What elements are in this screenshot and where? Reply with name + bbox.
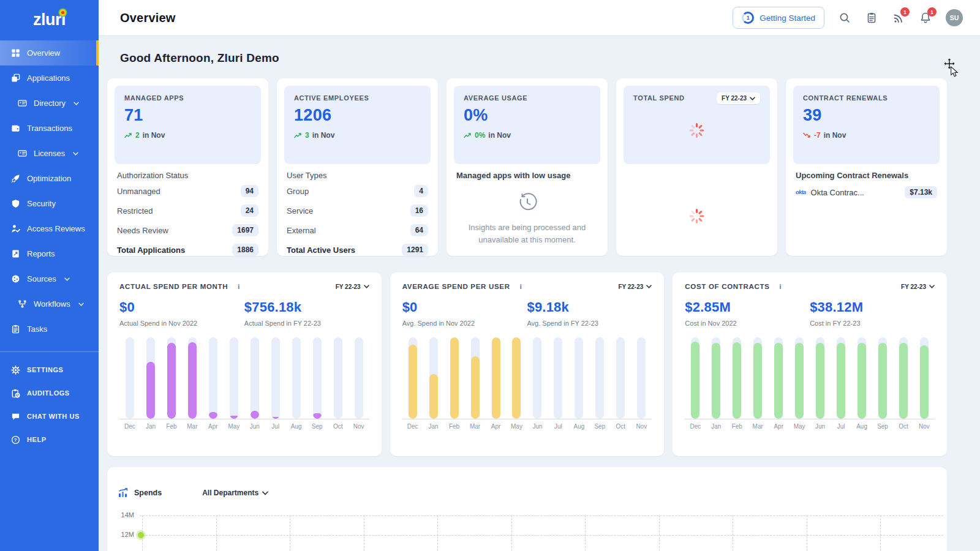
clipboard-icon[interactable]: [865, 11, 878, 24]
bar-track: [126, 337, 134, 419]
bar-fill: [429, 374, 438, 419]
bar-column: [307, 337, 328, 419]
fiscal-year-dropdown[interactable]: FY 22-23: [618, 283, 652, 290]
sidebar-item-licenses[interactable]: Licenses: [0, 141, 99, 166]
activity-feed-icon[interactable]: 1: [892, 11, 905, 24]
stat-value: 71: [124, 106, 251, 125]
bar-track: [637, 337, 646, 419]
trend-up-icon: [124, 132, 132, 138]
month-label: Mar: [747, 423, 768, 430]
sidebar-item-sources[interactable]: Sources: [0, 266, 99, 291]
info-icon[interactable]: i: [520, 283, 522, 290]
bar-column: [119, 337, 140, 419]
month-label: Jun: [527, 423, 548, 430]
bar-fill: [899, 343, 908, 419]
loading-spinner: [689, 208, 705, 224]
fiscal-year-dropdown[interactable]: FY 22-23: [717, 92, 760, 104]
sidebar-item-transactions[interactable]: Transactions: [0, 116, 99, 141]
fiscal-year-dropdown[interactable]: FY 22-23: [901, 283, 935, 290]
sidebar-footer-chat-with-us[interactable]: CHAT WITH US: [0, 405, 99, 428]
bar-fill: [188, 342, 197, 419]
stat-row: Needs Review1697: [117, 220, 258, 240]
sidebar-footer-settings[interactable]: SETTINGS: [0, 358, 99, 381]
chevron-down-icon: [74, 102, 79, 105]
loading-spinner: [689, 122, 705, 138]
bell-icon[interactable]: 1: [919, 11, 932, 24]
month-label: Nov: [349, 423, 369, 430]
user-avatar[interactable]: SU: [946, 9, 963, 26]
sidebar-item-label: Directory: [34, 99, 66, 108]
count-badge: 1291: [402, 244, 428, 256]
sidebar-item-security[interactable]: Security: [0, 191, 99, 216]
zluri-logo[interactable]: zluri: [0, 0, 99, 39]
bar-fill: [712, 343, 720, 419]
bar-fill: [795, 343, 804, 419]
sidebar-item-label: Tasks: [27, 324, 47, 334]
stat-title: CONTRACT RENEWALS: [803, 94, 930, 102]
insights-empty-state: Insights are being processed and unavail…: [456, 181, 598, 246]
bar-fill: [313, 413, 322, 419]
chart-card-actual-spend: ACTUAL SPEND PER MONTH i FY 22-23 $0Actu…: [107, 272, 382, 456]
bar-column: [747, 337, 768, 419]
info-icon[interactable]: i: [780, 283, 782, 290]
bar-column: [872, 337, 893, 419]
departments-dropdown[interactable]: All Departments: [202, 489, 268, 497]
chart-title: COST OF CONTRACTS: [685, 283, 769, 290]
chart-stat: $756.18kActual Spend in FY 22-23: [244, 299, 369, 327]
stat-title: TOTAL SPEND: [633, 94, 685, 102]
stat-total-row: Total Applications1886: [117, 240, 258, 256]
bar-track: [334, 337, 342, 419]
fiscal-year-dropdown[interactable]: FY 22-23: [336, 283, 369, 290]
stat-cards-row: MANAGED APPS 71 2in Nov Authorization St…: [107, 78, 947, 256]
chat-icon: [10, 411, 20, 421]
count-badge: 24: [241, 204, 258, 217]
bar-track: [712, 337, 720, 419]
sidebar-item-applications[interactable]: Applications: [0, 66, 99, 91]
sidebar-item-reports[interactable]: Reports: [0, 241, 99, 266]
bar-track: [471, 337, 480, 419]
stat-value: 1206: [294, 106, 421, 125]
search-icon[interactable]: [838, 11, 851, 24]
sidebar-item-optimization[interactable]: Optimization: [0, 166, 99, 191]
gridline-vertical: [290, 515, 290, 551]
sidebar-item-overview[interactable]: Overview: [0, 40, 99, 66]
month-axis: DecJanFebMarAprMayJunJulAugSepOctNov: [119, 423, 369, 430]
sidebar-item-access-reviews[interactable]: Access Reviews: [0, 216, 99, 241]
help-icon: ?: [10, 435, 20, 444]
bar-column: [831, 337, 851, 419]
sidebar-item-label: Overview: [27, 48, 60, 58]
bar-fill: [230, 416, 238, 419]
trend-down-icon: [803, 132, 811, 138]
getting-started-button[interactable]: 1 Getting Started: [733, 7, 824, 29]
sidebar-item-tasks[interactable]: Tasks: [0, 317, 99, 342]
sidebar-item-label: Applications: [27, 73, 70, 83]
sidebar-footer-help[interactable]: ?HELP: [0, 428, 99, 451]
sidebar-footer-auditlogs[interactable]: AUDITLOGS: [0, 381, 99, 405]
section-title: Authorization Status: [117, 171, 258, 180]
bar-column: [851, 337, 872, 419]
month-label: Jan: [706, 423, 726, 430]
bar-track: [429, 337, 438, 419]
stat-delta: 0%in Nov: [464, 131, 590, 140]
sidebar-item-workflows[interactable]: Workflows: [0, 291, 99, 317]
bar-track: [188, 337, 197, 419]
sidebar-item-directory[interactable]: Directory: [0, 91, 99, 116]
user-check-icon: [10, 224, 20, 234]
trend-up-icon: [464, 132, 472, 138]
stat-row: Unmanaged94: [117, 181, 258, 201]
spends-panel: Spends All Departments 14M 12M: [107, 467, 947, 551]
contract-renewal-item[interactable]: okta Okta Contrac... $7.13k: [796, 181, 937, 203]
bar-fill: [920, 345, 929, 419]
bar-track: [616, 337, 625, 419]
month-label: Jul: [265, 423, 286, 430]
sidebar-divider: [0, 351, 99, 352]
y-axis-label: 12M: [118, 531, 134, 538]
stat-card-managed-apps: MANAGED APPS 71 2in Nov Authorization St…: [107, 78, 268, 256]
month-label: May: [224, 423, 244, 430]
bar-track: [691, 337, 699, 419]
month-label: May: [507, 423, 527, 430]
info-icon[interactable]: i: [238, 283, 239, 290]
stat-card-active-employees: ACTIVE EMPLOYEES 1206 3in Nov User Types…: [277, 78, 438, 256]
chevron-down-icon: [73, 152, 78, 156]
bar-column: [161, 337, 182, 419]
